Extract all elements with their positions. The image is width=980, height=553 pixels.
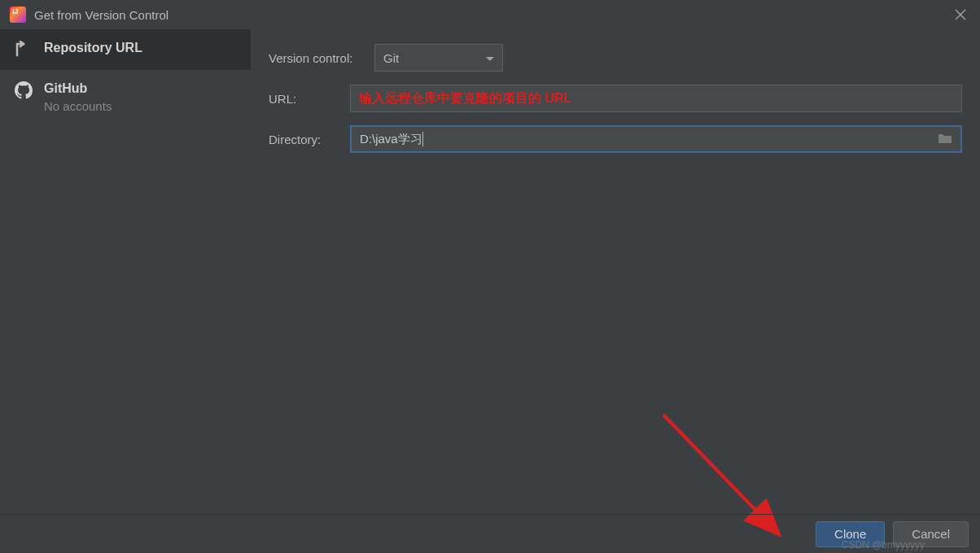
directory-input[interactable]: D:\java学习 — [350, 125, 962, 153]
sidebar-item-github[interactable]: GitHub No accounts — [0, 70, 251, 124]
folder-icon[interactable] — [938, 133, 952, 146]
titlebar: Get from Version Control — [0, 0, 980, 29]
version-control-label: Version control: — [269, 51, 365, 65]
sidebar-item-label: Repository URL — [44, 41, 142, 55]
url-row: URL: 输入远程仓库中要克隆的项目的 URL — [269, 85, 962, 112]
content-area: Repository URL GitHub No accounts Versio… — [0, 29, 980, 514]
sidebar-item-label: GitHub — [44, 81, 112, 96]
directory-row: Directory: D:\java学习 — [269, 125, 962, 153]
version-control-row: Version control: Git — [269, 44, 962, 72]
version-control-select[interactable]: Git — [374, 44, 503, 72]
sidebar-item-sublabel: No accounts — [44, 99, 112, 113]
url-input[interactable]: 输入远程仓库中要克隆的项目的 URL — [350, 85, 962, 112]
close-icon — [955, 9, 966, 20]
url-annotation-text: 输入远程仓库中要克隆的项目的 URL — [359, 90, 571, 107]
close-button[interactable] — [951, 5, 970, 24]
watermark: CSDN @bmyyyyyy — [842, 539, 925, 551]
app-icon — [10, 7, 26, 23]
titlebar-left: Get from Version Control — [10, 7, 168, 23]
footer: Clone Cancel — [0, 514, 980, 553]
main-panel: Version control: Git URL: 输入远程仓库中要克隆的项目的… — [251, 29, 980, 514]
sidebar: Repository URL GitHub No accounts — [0, 29, 251, 514]
chevron-down-icon — [486, 50, 494, 65]
sidebar-text: Repository URL — [44, 41, 142, 55]
select-value: Git — [383, 51, 399, 65]
sidebar-item-repository-url[interactable]: Repository URL — [0, 29, 251, 70]
directory-label: Directory: — [269, 133, 340, 146]
window-title: Get from Version Control — [34, 8, 168, 22]
directory-value: D:\java学习 — [360, 132, 422, 147]
arrow-up-icon — [15, 41, 33, 59]
text-cursor — [422, 132, 423, 146]
sidebar-text: GitHub No accounts — [44, 81, 112, 113]
github-icon — [15, 81, 33, 99]
url-label: URL: — [269, 92, 340, 106]
